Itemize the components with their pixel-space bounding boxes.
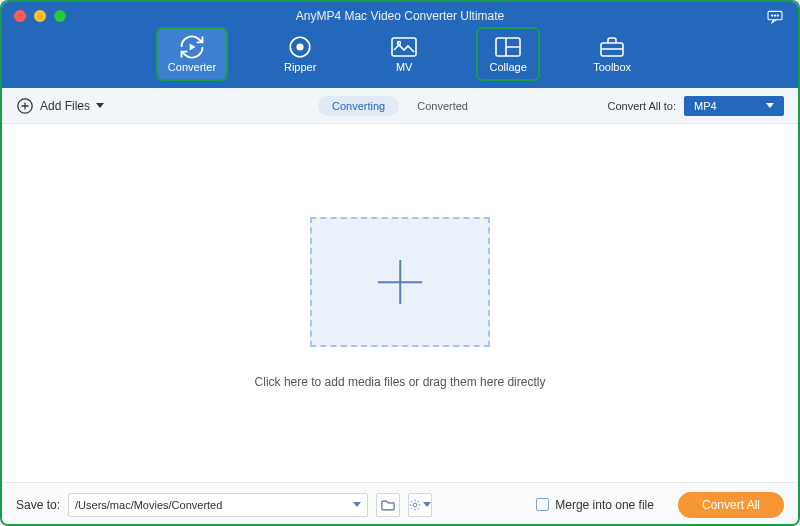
status-tabs: Converting Converted (318, 96, 482, 116)
dropzone[interactable] (310, 217, 490, 347)
converter-icon (178, 33, 206, 61)
nav-toolbox-label: Toolbox (593, 61, 631, 73)
toolbox-icon (598, 35, 626, 59)
nav-ripper[interactable]: Ripper (270, 29, 330, 79)
format-value: MP4 (694, 100, 717, 112)
svg-point-2 (774, 15, 775, 16)
save-to-label: Save to: (16, 498, 60, 512)
plus-circle-icon (16, 97, 34, 115)
svg-point-1 (772, 15, 773, 16)
nav-converter-label: Converter (168, 61, 216, 73)
chevron-down-icon (96, 103, 104, 108)
plus-icon (378, 260, 422, 304)
nav-collage-label: Collage (489, 61, 526, 73)
main-nav: Converter Ripper MV Collage Toolbox (2, 29, 798, 79)
app-window: AnyMP4 Mac Video Converter Ultimate Conv… (0, 0, 800, 526)
add-files-button[interactable]: Add Files (16, 97, 104, 115)
merge-checkbox[interactable]: Merge into one file (536, 498, 654, 512)
feedback-icon[interactable] (766, 10, 784, 24)
nav-collage[interactable]: Collage (478, 29, 538, 79)
nav-mv-label: MV (396, 61, 413, 73)
subbar: Add Files Converting Converted Convert A… (2, 88, 798, 124)
merge-label: Merge into one file (555, 498, 654, 512)
svg-rect-7 (392, 38, 416, 56)
nav-toolbox[interactable]: Toolbox (582, 29, 642, 79)
app-title: AnyMP4 Mac Video Converter Ultimate (2, 2, 798, 23)
convert-all-to: Convert All to: MP4 (608, 96, 784, 116)
gear-icon (409, 498, 421, 512)
save-path-value: /Users/mac/Movies/Converted (75, 499, 222, 511)
svg-point-17 (413, 503, 417, 507)
main-area: Click here to add media files or drag th… (2, 124, 798, 482)
convert-all-button[interactable]: Convert All (678, 492, 784, 518)
footer: Save to: /Users/mac/Movies/Converted Mer… (2, 482, 798, 526)
dropzone-hint: Click here to add media files or drag th… (255, 375, 546, 389)
convert-all-to-label: Convert All to: (608, 100, 676, 112)
disc-icon (287, 34, 313, 60)
svg-point-8 (398, 42, 401, 45)
mv-icon (390, 36, 418, 58)
chevron-down-icon (423, 502, 431, 507)
tab-converted[interactable]: Converted (403, 96, 482, 116)
checkbox-icon (536, 498, 549, 511)
svg-marker-4 (190, 44, 196, 51)
format-dropdown[interactable]: MP4 (684, 96, 784, 116)
folder-icon (381, 499, 395, 511)
svg-point-3 (777, 15, 778, 16)
tab-converting[interactable]: Converting (318, 96, 399, 116)
chevron-down-icon (766, 103, 774, 108)
settings-button[interactable] (408, 493, 432, 517)
nav-ripper-label: Ripper (284, 61, 316, 73)
chevron-down-icon (353, 502, 361, 507)
nav-mv[interactable]: MV (374, 29, 434, 79)
header: AnyMP4 Mac Video Converter Ultimate Conv… (2, 2, 798, 88)
open-folder-button[interactable] (376, 493, 400, 517)
save-path-dropdown[interactable]: /Users/mac/Movies/Converted (68, 493, 368, 517)
nav-converter[interactable]: Converter (158, 29, 226, 79)
add-files-label: Add Files (40, 99, 90, 113)
svg-point-6 (297, 44, 302, 49)
collage-icon (494, 36, 522, 58)
